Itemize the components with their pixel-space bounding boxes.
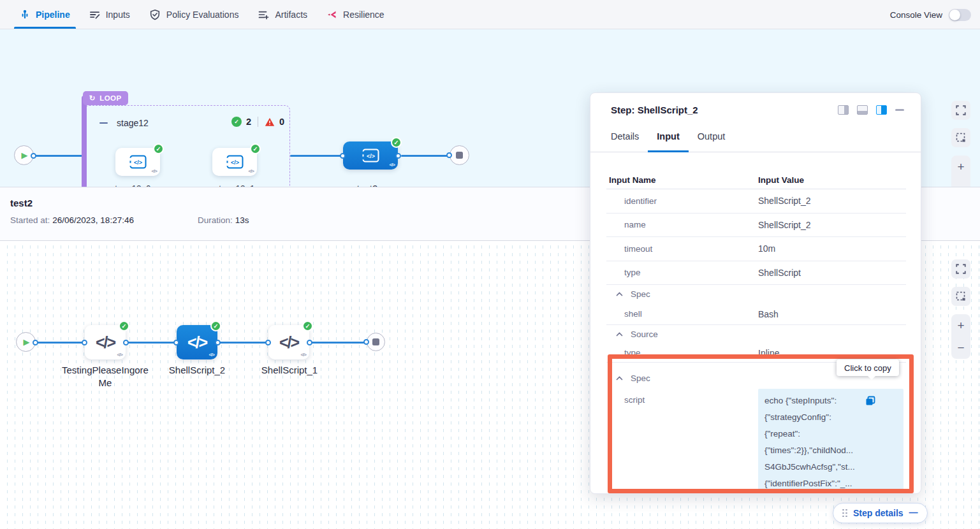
script-value-box[interactable]: echo {"stepInputs": {"strategyConfig": {…	[758, 389, 903, 494]
collapse-stage-button[interactable]	[99, 122, 108, 124]
step-node-shellscript1[interactable]: </> ✓ </>	[268, 325, 309, 359]
edge	[401, 155, 450, 157]
zoom-out-button[interactable]: −	[957, 342, 964, 354]
stage-node-test2-selected[interactable]: </> ✓ </>	[343, 141, 398, 170]
console-view-toggle[interactable]	[949, 9, 971, 21]
play-icon: ▶	[24, 338, 30, 346]
section-source[interactable]: Source	[606, 325, 906, 344]
edge-port	[33, 340, 38, 345]
success-badge: ✓	[210, 321, 221, 331]
chevron-up-icon	[616, 332, 623, 337]
play-icon: ▶	[22, 151, 28, 159]
table-row: nameShellScript_2	[606, 214, 906, 238]
inputs-icon	[89, 10, 100, 20]
fullscreen-icon	[955, 105, 967, 116]
node-label: TestingPleaseIngoreMe	[61, 364, 150, 389]
script-line: {"identifierPostFix":"_...	[764, 475, 897, 492]
stage-name[interactable]: stage12	[117, 118, 149, 128]
artifacts-icon	[258, 10, 269, 20]
node-label: stage12_0	[86, 182, 175, 187]
loop-badge: ↻ LOOP	[83, 91, 128, 105]
step-node-shellscript2-selected[interactable]: </> ✓ </>	[177, 325, 217, 359]
edge	[219, 342, 268, 344]
layout-right-half-button[interactable]	[876, 105, 887, 115]
marquee-icon	[955, 291, 967, 302]
code-mini-icon: </>	[208, 352, 214, 358]
marquee-icon	[955, 132, 967, 143]
shield-check-icon	[149, 9, 161, 20]
pipeline-icon	[20, 10, 30, 20]
shell-script-icon: </>	[96, 333, 115, 352]
table-header: Input Name Input Value	[606, 171, 906, 189]
fit-selection-button[interactable]	[951, 287, 970, 306]
step-node-stage12_0[interactable]: </> ✓ </>	[115, 148, 160, 176]
fullscreen-button[interactable]	[951, 101, 970, 120]
zoom-controls: + −	[951, 156, 970, 187]
warning-icon	[265, 117, 275, 127]
tab-inputs[interactable]: Inputs	[80, 0, 140, 29]
table-row: typeShellScript	[606, 261, 906, 286]
stage-status-counts: ✓ 2 0	[231, 117, 284, 127]
failed-count: 0	[279, 117, 284, 127]
loop-icon: ↻	[89, 94, 96, 103]
success-badge: ✓	[119, 321, 129, 331]
tab-label: Artifacts	[275, 10, 307, 20]
step-group-icon: </>	[128, 154, 148, 170]
console-view-label: Console View	[890, 10, 942, 20]
svg-text:</>: </>	[134, 159, 142, 166]
script-line: {"times":2}},"childNod...	[764, 442, 897, 459]
copy-icon	[865, 396, 875, 406]
tab-output[interactable]: Output	[689, 131, 735, 152]
section-spec[interactable]: Spec	[606, 285, 906, 303]
fullscreen-button[interactable]	[951, 259, 970, 279]
edge-port	[340, 153, 346, 159]
node-label: ShellScript_2	[152, 364, 242, 377]
started-value: 26/06/2023, 18:27:46	[52, 215, 134, 225]
step-node-stage12_1[interactable]: </> ✓ </>	[212, 148, 257, 176]
script-line: {"strategyConfig":	[764, 409, 897, 426]
collapse-icon: —	[909, 507, 918, 518]
script-line: {"repeat":	[764, 426, 897, 442]
copy-button[interactable]	[865, 395, 875, 412]
zoom-out-button[interactable]: −	[957, 183, 964, 187]
edge-port	[307, 340, 312, 345]
layout-bottom-button[interactable]	[857, 105, 868, 115]
success-icon: ✓	[231, 117, 242, 127]
layout-right-third-button[interactable]	[838, 105, 849, 115]
stop-icon	[372, 338, 379, 345]
end-node[interactable]	[450, 145, 469, 165]
tab-pipeline[interactable]: Pipeline	[10, 0, 80, 29]
duration: Duration:13s	[198, 215, 249, 225]
table-row: timeout10m	[606, 237, 906, 261]
success-badge: ✓	[391, 137, 402, 148]
success-badge: ✓	[250, 143, 261, 154]
tooltip-arrow	[867, 375, 876, 380]
started-label: Started at:	[10, 215, 50, 225]
tab-details[interactable]: Details	[611, 131, 648, 152]
step-group-icon: </>	[224, 154, 245, 170]
tab-resilience[interactable]: Resilience	[317, 0, 394, 29]
step-details-button[interactable]: Step details —	[833, 503, 928, 523]
code-mini-icon: </>	[117, 352, 122, 358]
panel-tabs: Details Input Output	[590, 131, 921, 152]
success-badge: ✓	[302, 321, 313, 331]
success-count: 2	[246, 117, 251, 127]
column-input-name: Input Name	[606, 175, 758, 185]
fullscreen-icon	[955, 263, 967, 275]
edge	[290, 155, 343, 157]
zoom-in-button[interactable]: +	[957, 161, 964, 173]
code-mini-icon: </>	[300, 352, 306, 358]
tab-artifacts[interactable]: Artifacts	[248, 0, 317, 29]
minimize-panel-button[interactable]	[895, 109, 904, 111]
tab-input[interactable]: Input	[648, 131, 688, 152]
resilience-icon	[326, 10, 337, 20]
fit-selection-button[interactable]	[951, 128, 970, 147]
zoom-in-button[interactable]: +	[957, 319, 964, 331]
column-input-value: Input Value	[758, 175, 804, 185]
step-node-testingpleaseingoreme[interactable]: </> ✓ </>	[85, 325, 126, 359]
edge-port	[215, 340, 221, 345]
drag-handle-icon[interactable]	[842, 509, 847, 518]
tab-policy-evaluations[interactable]: Policy Evaluations	[140, 0, 249, 29]
end-node[interactable]	[367, 333, 385, 351]
edge	[34, 155, 84, 157]
